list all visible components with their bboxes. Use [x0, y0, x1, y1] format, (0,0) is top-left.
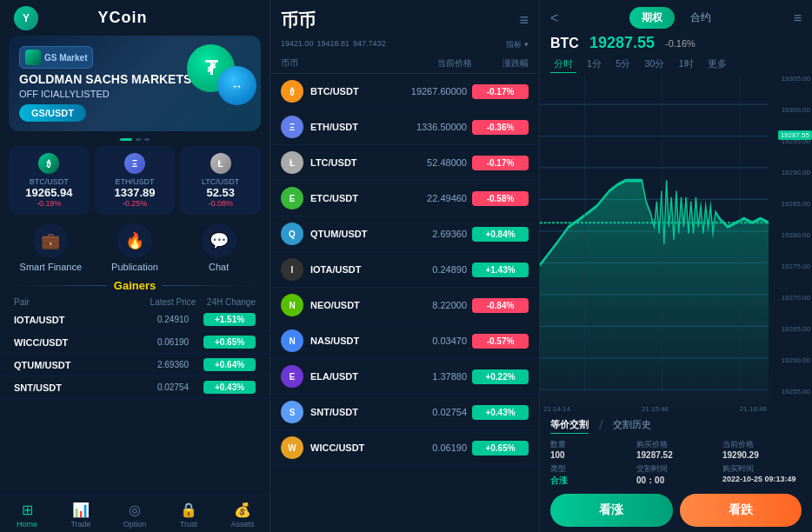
trade-value-buy-price: 19287.52 [636, 450, 715, 460]
trade-col-quantity: 数量 100 [550, 439, 629, 460]
trade-data-row-1: 数量 100 购买价格 19287.52 当前价格 19290.29 [550, 439, 802, 460]
banner-badge-text: GS Market [44, 53, 87, 63]
market-row-iota[interactable]: I IOTA/USDT 0.24890 +1.43% [270, 252, 539, 288]
price-level-6: 19275.00 [782, 263, 810, 270]
gainers-header: Gainers [0, 276, 270, 296]
chat-icon: 💬 [202, 223, 236, 258]
ltc-market-pair: LTC/USDT [310, 157, 389, 168]
nav-trust[interactable]: 🔒 Trust [162, 502, 216, 529]
gainer-row-qtum[interactable]: QTUM/USDT 2.69360 +0.64% [0, 354, 270, 376]
market-filter-icon[interactable]: ≡ [519, 11, 529, 30]
banner-dot-3[interactable] [144, 138, 150, 141]
banner-dot-1[interactable] [120, 138, 132, 141]
wicc-market-icon: W [281, 436, 303, 459]
ltc-market-icon: Ł [281, 151, 303, 174]
nav-trade[interactable]: 📊 Trade [54, 502, 108, 529]
market-row-ela[interactable]: E ELA/USDT 1.37880 +0.22% [270, 359, 539, 395]
ltc-market-change: -0.17% [472, 156, 529, 170]
price-card-ltc[interactable]: Ł LTC/USDT 52.53 -0.08% [180, 146, 261, 215]
nas-market-pair: NAS/USDT [310, 336, 389, 346]
mini-price-2: 19418.81 [317, 39, 350, 50]
quick-action-smart-finance[interactable]: 💼 Smart Finance [9, 223, 93, 272]
btc-value: 19265.94 [14, 186, 84, 199]
nav-option[interactable]: ◎ Option [108, 502, 162, 529]
btc-icon: ₿ [38, 153, 59, 174]
ltc-market-price: 52.48000 [389, 157, 467, 168]
gainers-line-right [163, 285, 256, 286]
time-tab-5m[interactable]: 5分 [612, 56, 634, 73]
buy-button[interactable]: 看涨 [550, 494, 673, 527]
gainer-row-wicc[interactable]: WICC/USDT 0.06190 +0.65% [0, 331, 270, 354]
banner-dot-2[interactable] [136, 138, 141, 141]
chart-info: BTC 19287.55 -0.16% [540, 32, 812, 56]
market-row-snt[interactable]: S SNT/USDT 0.02754 +0.43% [270, 395, 539, 430]
nas-market-price: 0.03470 [389, 336, 467, 346]
eth-icon: Ξ [124, 153, 145, 174]
price-level-10: 19255.00 [782, 388, 810, 396]
trade-tab-history[interactable]: 交割历史 [613, 418, 651, 434]
price-card-eth[interactable]: Ξ ETH/USDT 1337.89 -0.25% [95, 146, 176, 215]
eth-value: 1337.89 [100, 186, 170, 199]
ela-market-pair: ELA/USDT [310, 371, 389, 382]
banner-button[interactable]: GS/USDT [19, 104, 86, 122]
market-row-nas[interactable]: N NAS/USDT 0.03470 -0.57% [270, 323, 539, 359]
market-row-qtum[interactable]: Q QTUM/USDT 2.69360 +0.84% [270, 216, 539, 252]
nav-trade-label: Trade [70, 520, 90, 529]
market-row-wicc[interactable]: W WICC/USDT 0.06190 +0.65% [270, 430, 539, 466]
time-tab-more[interactable]: 更多 [704, 56, 730, 73]
banner-badge-icon [25, 50, 41, 65]
price-level-4: 19285.00 [782, 200, 810, 208]
neo-market-price: 8.22000 [389, 300, 467, 310]
market-row-eth[interactable]: Ξ ETH/USDT 1336.50000 -0.36% [270, 110, 539, 145]
time-label-0: 21:14:14 [543, 405, 570, 413]
chart-tab-contracts[interactable]: 合约 [678, 7, 723, 29]
gainer-change-snt: +0.43% [203, 381, 256, 394]
time-tab-1h[interactable]: 1时 [676, 56, 697, 73]
market-row-neo[interactable]: N NEO/USDT 8.22000 -0.84% [270, 288, 539, 323]
trade-col-type: 类型 合涨 [550, 463, 629, 487]
etc-market-pair: ETC/USDT [310, 193, 389, 203]
trade-section-title: 等价交割 / 交割历史 [550, 418, 802, 434]
quick-action-chat[interactable]: 💬 Chat [176, 223, 261, 272]
quick-actions: 💼 Smart Finance 🔥 Publication 💬 Chat [9, 223, 261, 272]
market-row-ltc[interactable]: Ł LTC/USDT 52.48000 -0.17% [270, 145, 539, 181]
bottom-nav: ⊞ Home 📊 Trade ◎ Option 🔒 Trust 💰 Assets [0, 495, 270, 532]
chart-menu-icon[interactable]: ≡ [794, 10, 802, 26]
trade-data-row-2: 类型 合涨 交割时间 00：00 购买时间 2022-10-25 09:13:4… [550, 463, 802, 487]
gainer-change-iota: +1.51% [203, 313, 256, 326]
price-level-7: 19270.00 [782, 294, 810, 302]
gainer-row-iota[interactable]: IOTA/USDT 0.24910 +1.51% [0, 309, 270, 331]
trade-value-current-price: 19290.29 [722, 450, 802, 460]
eth-market-change: -0.36% [472, 120, 529, 135]
gainer-row-snt[interactable]: SNT/USDT 0.02754 +0.43% [0, 376, 270, 399]
btc-change: -0.18% [14, 199, 84, 208]
nav-assets[interactable]: 💰 Assets [216, 502, 270, 529]
trade-separator: / [599, 418, 602, 434]
nav-option-label: Option [123, 520, 147, 529]
wicc-market-price: 0.06190 [389, 442, 467, 453]
home-icon: ⊞ [22, 502, 33, 518]
chart-bottom: 等价交割 / 交割历史 数量 100 购买价格 19287.52 当前价格 19… [540, 413, 812, 532]
price-card-btc[interactable]: ₿ BTC/USDT 19265.94 -0.18% [9, 146, 90, 215]
market-list: ₿ BTC/USDT 19267.60000 -0.17% Ξ ETH/USDT… [270, 74, 539, 532]
neo-market-pair: NEO/USDT [310, 300, 389, 310]
chart-panel: < 期权 合约 ≡ BTC 19287.55 -0.16% 分时 1分 5分 3… [539, 0, 812, 532]
market-col-price: 当前价格 [394, 57, 472, 70]
chart-tab-options[interactable]: 期权 [629, 7, 675, 29]
btc-pair: BTC/USDT [14, 177, 84, 186]
time-tab-1m[interactable]: 1分 [583, 56, 605, 73]
market-row-btc[interactable]: ₿ BTC/USDT 19267.60000 -0.17% [270, 74, 539, 110]
market-row-etc[interactable]: Ε ETC/USDT 22.49460 -0.58% [270, 181, 539, 216]
chart-back-button[interactable]: < [550, 10, 558, 26]
quick-action-publication[interactable]: 🔥 Publication [93, 223, 177, 272]
nav-home[interactable]: ⊞ Home [0, 502, 54, 529]
publication-icon: 🔥 [117, 223, 152, 258]
ltc-pair: LTC/USDT [185, 177, 256, 186]
etc-market-change: -0.58% [472, 191, 529, 206]
indicator-toggle[interactable]: 指标 ▾ [506, 39, 529, 50]
time-tab-30m[interactable]: 30分 [641, 56, 668, 73]
trade-tab-equal[interactable]: 等价交割 [550, 418, 589, 434]
time-tab-fens[interactable]: 分时 [550, 56, 576, 73]
sell-button[interactable]: 看跌 [680, 494, 802, 527]
btc-market-change: -0.17% [472, 84, 529, 99]
